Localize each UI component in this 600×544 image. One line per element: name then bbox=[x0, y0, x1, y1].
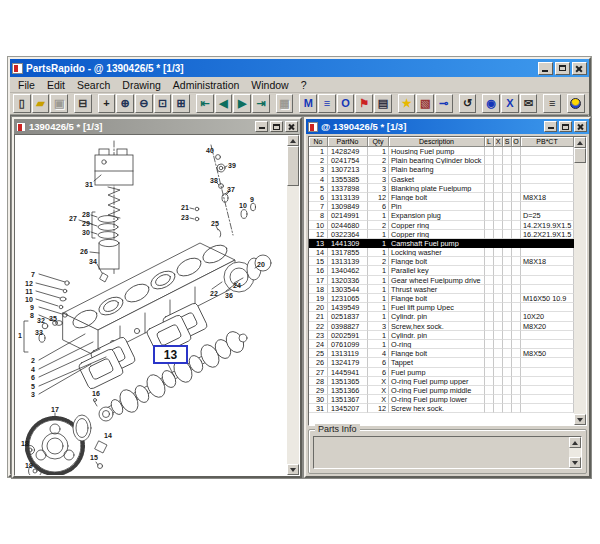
table-row[interactable]: 1813035441Thrust washer bbox=[309, 285, 574, 294]
table-row[interactable]: 114282491Housing Fuel pump bbox=[309, 147, 574, 156]
menu-item-edit[interactable]: Edit bbox=[41, 78, 71, 92]
parts-minimize-button[interactable] bbox=[544, 121, 557, 132]
callout-8[interactable]: 8 bbox=[30, 312, 34, 319]
scroll-thumb[interactable] bbox=[287, 146, 299, 186]
close-button[interactable] bbox=[572, 62, 587, 75]
table-row[interactable]: 2102518371Cylindr. pin10X20 bbox=[309, 312, 574, 321]
callout-2[interactable]: 2 bbox=[31, 357, 35, 364]
drawing-close-button[interactable] bbox=[285, 121, 298, 132]
callout-27[interactable]: 27 bbox=[69, 215, 77, 222]
list-button[interactable]: ≡ bbox=[543, 94, 561, 113]
document-list-button[interactable]: ▤ bbox=[374, 94, 392, 113]
callout-29[interactable]: 29 bbox=[82, 220, 90, 227]
selected-part-highlight[interactable]: 13 bbox=[153, 345, 188, 364]
callout-32[interactable]: 32 bbox=[37, 317, 45, 324]
circle-select-button[interactable]: O bbox=[337, 94, 355, 113]
menu-item-file[interactable]: File bbox=[12, 78, 41, 92]
menu-item-administration[interactable]: Administration bbox=[167, 78, 246, 92]
callout-31[interactable]: 31 bbox=[85, 181, 93, 188]
table-row[interactable]: 202417542Plain bearing Cylinder block bbox=[309, 156, 574, 165]
sphere-button[interactable] bbox=[567, 94, 585, 113]
open-button[interactable]: ▰ bbox=[32, 94, 50, 113]
pan-button[interactable]: + bbox=[98, 94, 116, 113]
callout-26[interactable]: 26 bbox=[80, 248, 88, 255]
callout-34[interactable]: 34 bbox=[89, 258, 97, 265]
flag-button[interactable]: ⚑ bbox=[355, 94, 373, 113]
column-header-partno[interactable]: PartNo bbox=[328, 137, 368, 147]
table-row[interactable]: 301351367XO-ring Fuel pump lower bbox=[309, 395, 574, 404]
table-row[interactable]: 1912310651Flange boltM16X50 10.9 bbox=[309, 294, 574, 303]
table-row[interactable]: 1203223641Copper ring16.2X21.9X1.5 bbox=[309, 230, 574, 239]
info-scroll-down-icon[interactable] bbox=[569, 457, 581, 468]
callout-12[interactable]: 12 bbox=[25, 280, 33, 287]
table-row[interactable]: 2407610991O-ring bbox=[309, 340, 574, 349]
callout-23[interactable]: 23 bbox=[181, 214, 189, 221]
parts-maximize-button[interactable] bbox=[559, 121, 572, 132]
table-row[interactable]: 1513131392Flange boltM8X18 bbox=[309, 257, 574, 266]
favorites-button[interactable]: ★ bbox=[398, 94, 416, 113]
callout-36[interactable]: 36 bbox=[225, 292, 233, 299]
parts-close-button[interactable] bbox=[574, 121, 587, 132]
callout-15[interactable]: 15 bbox=[90, 454, 98, 461]
table-vertical-scrollbar[interactable] bbox=[574, 137, 586, 425]
column-header-qty[interactable]: Qty bbox=[368, 137, 389, 147]
table-row[interactable]: 513378983Blanking plate Fuelpump bbox=[309, 184, 574, 193]
order-form-button[interactable]: ▧ bbox=[416, 94, 434, 113]
callout-39[interactable]: 39 bbox=[228, 162, 236, 169]
callout-9[interactable]: 9 bbox=[30, 304, 34, 311]
scroll-up-icon[interactable] bbox=[287, 135, 299, 146]
prev-page-button[interactable]: ◀ bbox=[215, 94, 233, 113]
callout-30[interactable]: 30 bbox=[82, 229, 90, 236]
callout-17[interactable]: 17 bbox=[51, 406, 59, 413]
menu-item-search[interactable]: Search bbox=[71, 78, 116, 92]
zoom-in-button[interactable]: ⊕ bbox=[116, 94, 134, 113]
column-header-no[interactable]: No bbox=[309, 137, 328, 147]
parts-window-titlebar[interactable]: @ 1390426/5 * [1/3] bbox=[306, 119, 589, 134]
column-header-o[interactable]: O bbox=[512, 137, 521, 147]
refresh-button[interactable]: ↺ bbox=[459, 94, 477, 113]
web-button[interactable]: ◉ bbox=[482, 94, 500, 113]
info-vertical-scrollbar[interactable] bbox=[569, 437, 581, 468]
drawing-window-titlebar[interactable]: 1390426/5 * [1/3] bbox=[14, 119, 300, 134]
table-row[interactable]: 291351366XO-ring Fuel pump middle bbox=[309, 386, 574, 395]
callout-10[interactable]: 10 bbox=[25, 296, 33, 303]
next-page-button[interactable]: ▶ bbox=[233, 94, 251, 113]
drawing-maximize-button[interactable] bbox=[270, 121, 283, 132]
save-button[interactable]: ▣ bbox=[50, 94, 68, 113]
callout-14[interactable]: 14 bbox=[104, 432, 112, 439]
menu-item-help[interactable]: ? bbox=[295, 78, 313, 92]
table-row[interactable]: 1413178551Locking washer bbox=[309, 248, 574, 257]
callout-33[interactable]: 33 bbox=[35, 329, 43, 336]
callout-21[interactable]: 21 bbox=[181, 204, 189, 211]
table-row[interactable]: 281351365XO-ring Fuel pump upper bbox=[309, 377, 574, 386]
mail-button[interactable]: ✉ bbox=[520, 94, 538, 113]
callout-19[interactable]: 19 bbox=[25, 462, 33, 469]
table-scroll-thumb[interactable] bbox=[574, 148, 586, 163]
table-row[interactable]: 2203988273Screw,hex sock.M8X20 bbox=[309, 322, 574, 331]
table-row[interactable]: 713098496Pin bbox=[309, 202, 574, 211]
transfer-button[interactable]: X bbox=[501, 94, 519, 113]
scroll-down-icon[interactable] bbox=[287, 464, 299, 475]
table-view-button[interactable]: ▦ bbox=[276, 94, 294, 113]
callout-10[interactable]: 10 bbox=[239, 202, 247, 209]
table-row[interactable]: 413553853Gasket bbox=[309, 175, 574, 184]
table-row[interactable]: 802149911Expansion plugD=25 bbox=[309, 211, 574, 220]
callout-3[interactable]: 3 bbox=[31, 391, 35, 398]
zoom-fit-button[interactable]: ⊞ bbox=[172, 94, 190, 113]
drawing-canvas[interactable]: 13 4039383731212325109272829302634202436… bbox=[15, 135, 287, 475]
callout-11[interactable]: 11 bbox=[25, 288, 32, 295]
column-header-s[interactable]: S bbox=[503, 137, 512, 147]
callout-9[interactable]: 9 bbox=[250, 196, 254, 203]
table-row[interactable]: 1314413091Camshaft Fuel pump bbox=[309, 239, 574, 248]
zoom-out-button[interactable]: ⊖ bbox=[135, 94, 153, 113]
column-header-l[interactable]: L bbox=[485, 137, 494, 147]
callout-25[interactable]: 25 bbox=[211, 220, 219, 227]
callout-5[interactable]: 5 bbox=[31, 383, 35, 390]
first-page-button[interactable]: ⇤ bbox=[196, 94, 214, 113]
column-header-description[interactable]: Description bbox=[389, 137, 485, 147]
table-row[interactable]: 1613404621Parallel key bbox=[309, 266, 574, 275]
compare-button[interactable]: ≡ bbox=[318, 94, 336, 113]
callout-28[interactable]: 28 bbox=[82, 211, 90, 218]
column-header-x[interactable]: X bbox=[494, 137, 503, 147]
table-row[interactable]: 6131313912Flange boltM8X18 bbox=[309, 193, 574, 202]
